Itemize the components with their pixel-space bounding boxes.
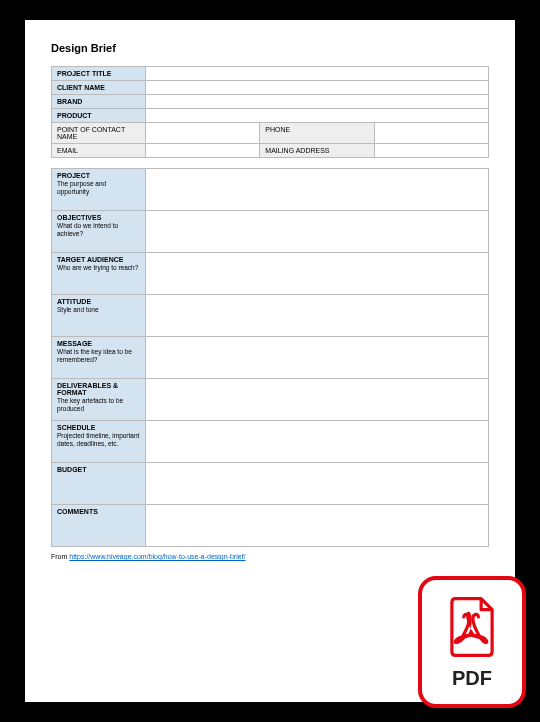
- section-label: ATTITUDE: [57, 298, 91, 305]
- label-deliverables: DELIVERABLES & FORMAT The key artefacts …: [52, 379, 146, 421]
- label-phone: PHONE: [260, 123, 374, 144]
- section-label: MESSAGE: [57, 340, 92, 347]
- table-row: BUDGET: [52, 463, 489, 505]
- value-client-name: [146, 81, 489, 95]
- label-client-name: CLIENT NAME: [52, 81, 146, 95]
- table-row: MESSAGE What is the key idea to be remem…: [52, 337, 489, 379]
- value-deliverables: [146, 379, 489, 421]
- source-link[interactable]: https://www.hiveage.com/blog/how-to-use-…: [69, 553, 245, 560]
- section-sub: The purpose and opportunity: [57, 180, 140, 196]
- label-brand: BRAND: [52, 95, 146, 109]
- value-product: [146, 109, 489, 123]
- label-point-of-contact: POINT OF CONTACT NAME: [52, 123, 146, 144]
- table-row: PROJECT TITLE: [52, 67, 489, 81]
- table-row: BRAND: [52, 95, 489, 109]
- sections-table: PROJECT The purpose and opportunity OBJE…: [51, 168, 489, 547]
- value-mailing-address: [374, 144, 488, 158]
- value-attitude: [146, 295, 489, 337]
- label-schedule: SCHEDULE Projected timeline, important d…: [52, 421, 146, 463]
- section-sub: Style and tone: [57, 306, 140, 314]
- table-row: PROJECT The purpose and opportunity: [52, 169, 489, 211]
- section-sub: Projected timeline, important dates, dea…: [57, 432, 140, 448]
- pdf-badge: PDF: [418, 576, 526, 708]
- section-label: COMMENTS: [57, 508, 98, 515]
- value-point-of-contact: [146, 123, 260, 144]
- label-target-audience: TARGET AUDIENCE Who are we trying to rea…: [52, 253, 146, 295]
- spacer: [51, 158, 489, 168]
- value-message: [146, 337, 489, 379]
- table-row: DELIVERABLES & FORMAT The key artefacts …: [52, 379, 489, 421]
- label-mailing-address: MAILING ADDRESS: [260, 144, 374, 158]
- value-schedule: [146, 421, 489, 463]
- value-phone: [374, 123, 488, 144]
- section-sub: The key artefacts to be produced: [57, 397, 140, 413]
- section-label: OBJECTIVES: [57, 214, 101, 221]
- table-row: EMAIL MAILING ADDRESS: [52, 144, 489, 158]
- table-row: OBJECTIVES What do we intend to achieve?: [52, 211, 489, 253]
- value-objectives: [146, 211, 489, 253]
- value-budget: [146, 463, 489, 505]
- section-label: DELIVERABLES & FORMAT: [57, 382, 118, 396]
- table-row: ATTITUDE Style and tone: [52, 295, 489, 337]
- label-message: MESSAGE What is the key idea to be remem…: [52, 337, 146, 379]
- value-project-title: [146, 67, 489, 81]
- label-attitude: ATTITUDE Style and tone: [52, 295, 146, 337]
- label-comments: COMMENTS: [52, 505, 146, 547]
- section-sub: Who are we trying to reach?: [57, 264, 140, 272]
- table-row: POINT OF CONTACT NAME PHONE: [52, 123, 489, 144]
- value-comments: [146, 505, 489, 547]
- label-email: EMAIL: [52, 144, 146, 158]
- pdf-icon: [444, 595, 500, 663]
- label-product: PRODUCT: [52, 109, 146, 123]
- label-project-title: PROJECT TITLE: [52, 67, 146, 81]
- pdf-badge-label: PDF: [452, 667, 492, 690]
- header-table: PROJECT TITLE CLIENT NAME BRAND PRODUCT …: [51, 66, 489, 158]
- value-email: [146, 144, 260, 158]
- section-label: SCHEDULE: [57, 424, 96, 431]
- label-budget: BUDGET: [52, 463, 146, 505]
- value-project: [146, 169, 489, 211]
- value-brand: [146, 95, 489, 109]
- table-row: COMMENTS: [52, 505, 489, 547]
- table-row: SCHEDULE Projected timeline, important d…: [52, 421, 489, 463]
- table-row: CLIENT NAME: [52, 81, 489, 95]
- source-prefix: From: [51, 553, 69, 560]
- section-sub: What is the key idea to be remembered?: [57, 348, 140, 364]
- label-objectives: OBJECTIVES What do we intend to achieve?: [52, 211, 146, 253]
- section-label: BUDGET: [57, 466, 87, 473]
- value-target-audience: [146, 253, 489, 295]
- section-label: PROJECT: [57, 172, 90, 179]
- source-line: From https://www.hiveage.com/blog/how-to…: [51, 553, 489, 560]
- section-label: TARGET AUDIENCE: [57, 256, 124, 263]
- page-title: Design Brief: [51, 42, 489, 54]
- table-row: TARGET AUDIENCE Who are we trying to rea…: [52, 253, 489, 295]
- label-project: PROJECT The purpose and opportunity: [52, 169, 146, 211]
- table-row: PRODUCT: [52, 109, 489, 123]
- section-sub: What do we intend to achieve?: [57, 222, 140, 238]
